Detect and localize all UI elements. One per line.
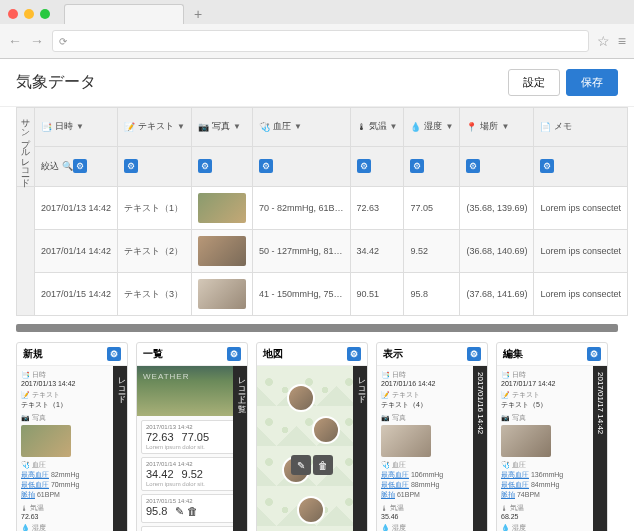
filter-cell: 絞込 🔍⚙: [35, 146, 118, 186]
data-table: サンプルレコード 📑日時▼ 📝テキスト▼ 📷写真▼ 🩺血圧▼ 🌡気温▼ 💧湿度▼…: [0, 107, 634, 324]
reload-icon[interactable]: ⟳: [59, 36, 67, 47]
menu-icon[interactable]: ≡: [618, 33, 626, 49]
col-memo: 📄メモ: [534, 108, 628, 147]
forward-icon[interactable]: →: [30, 33, 44, 49]
photo-thumb[interactable]: [198, 193, 246, 223]
chevron-down-icon[interactable]: ▼: [233, 122, 241, 131]
map[interactable]: ✎ 🗑: [257, 366, 367, 531]
photo-thumb[interactable]: [501, 425, 551, 457]
preview-view: 表示⚙ 📑 日時2017/01/16 14:42 📝 テキストテキスト（4） 📷…: [376, 342, 488, 531]
chevron-down-icon[interactable]: ▼: [445, 122, 453, 131]
browser-tab[interactable]: [64, 4, 184, 24]
chevron-down-icon[interactable]: ▼: [390, 122, 398, 131]
address-bar: ← → ⟳ ☆ ≡: [0, 24, 634, 58]
col-hum: 💧湿度▼: [404, 108, 460, 147]
chevron-down-icon[interactable]: ▼: [177, 122, 185, 131]
preview-new: 新規⚙ 📑 日時2017/01/13 14:42 📝 テキストテキスト（1） 📷…: [16, 342, 128, 531]
side-label: サンプルレコード: [17, 108, 35, 187]
page-header: 気象データ 設定 保存: [0, 59, 634, 107]
trash-icon[interactable]: 🗑: [313, 455, 333, 475]
gear-icon[interactable]: ⚙: [466, 159, 480, 173]
table-row[interactable]: 2017/01/15 14:42 テキスト（3） 41 - 150mmHg, 7…: [17, 273, 628, 316]
url-input[interactable]: ⟳: [52, 30, 589, 52]
list-item[interactable]: 2017/01/16 14:4235.4694.21: [141, 526, 243, 531]
new-tab-icon[interactable]: +: [194, 6, 202, 22]
browser-chrome: + ← → ⟳ ☆ ≡: [0, 0, 634, 59]
gear-icon[interactable]: ⚙: [540, 159, 554, 173]
gear-icon[interactable]: ⚙: [259, 159, 273, 173]
side-strip[interactable]: レコード一覧: [233, 366, 247, 531]
list-item[interactable]: 2017/01/14 14:4234.429.52Lorem ipsum dol…: [141, 457, 243, 491]
col-bp: 🩺血圧▼: [253, 108, 351, 147]
side-strip[interactable]: レコード: [353, 366, 367, 531]
map-pin[interactable]: [297, 496, 325, 524]
gear-icon[interactable]: ⚙: [227, 347, 241, 361]
map-pin[interactable]: [312, 416, 340, 444]
gear-icon[interactable]: ⚙: [198, 159, 212, 173]
weather-header: [137, 366, 247, 416]
side-strip[interactable]: レコード: [113, 366, 127, 531]
photo-thumb[interactable]: [198, 236, 246, 266]
minimize-window-icon[interactable]: [24, 9, 34, 19]
chevron-down-icon[interactable]: ▼: [501, 122, 509, 131]
tab-bar: +: [0, 0, 634, 24]
col-text: 📝テキスト▼: [118, 108, 192, 147]
gear-icon[interactable]: ⚙: [124, 159, 138, 173]
list-item[interactable]: 2017/01/13 14:4272.6377.05Lorem ipsum do…: [141, 420, 243, 454]
col-photo: 📷写真▼: [192, 108, 253, 147]
maximize-window-icon[interactable]: [40, 9, 50, 19]
col-date: 📑日時▼: [35, 108, 118, 147]
settings-button[interactable]: 設定: [508, 69, 560, 96]
close-window-icon[interactable]: [8, 9, 18, 19]
gear-icon[interactable]: ⚙: [410, 159, 424, 173]
save-button[interactable]: 保存: [566, 69, 618, 96]
gear-icon[interactable]: ⚙: [467, 347, 481, 361]
edit-icon[interactable]: ✎: [291, 455, 311, 475]
list-item[interactable]: 2017/01/15 14:4295.8✎ 🗑: [141, 494, 243, 523]
chevron-down-icon[interactable]: ▼: [294, 122, 302, 131]
window-controls: [8, 9, 50, 19]
map-pin[interactable]: [287, 384, 315, 412]
back-icon[interactable]: ←: [8, 33, 22, 49]
photo-thumb[interactable]: [198, 279, 246, 309]
gear-icon[interactable]: ⚙: [73, 159, 87, 173]
photo-thumb[interactable]: [21, 425, 71, 457]
bookmark-icon[interactable]: ☆: [597, 33, 610, 49]
table-row[interactable]: 2017/01/14 14:42 テキスト（2） 50 - 127mmHg, 8…: [17, 230, 628, 273]
gear-icon[interactable]: ⚙: [357, 159, 371, 173]
col-temp: 🌡気温▼: [350, 108, 404, 147]
photo-thumb[interactable]: [381, 425, 431, 457]
preview-list: 一覧⚙ 2017/01/13 14:4272.6377.05Lorem ipsu…: [136, 342, 248, 531]
table-row[interactable]: 2017/01/13 14:42 テキスト（1） 70 - 82mmHg, 61…: [17, 187, 628, 230]
preview-map: 地図⚙ ✎ 🗑 レコード: [256, 342, 368, 531]
gear-icon[interactable]: ⚙: [347, 347, 361, 361]
gear-icon[interactable]: ⚙: [107, 347, 121, 361]
col-loc: 📍場所▼: [460, 108, 534, 147]
page-title: 気象データ: [16, 72, 96, 93]
gear-icon[interactable]: ⚙: [587, 347, 601, 361]
horizontal-scrollbar[interactable]: [16, 324, 618, 332]
preview-row: 新規⚙ 📑 日時2017/01/13 14:42 📝 テキストテキスト（1） 📷…: [0, 342, 634, 531]
preview-edit: 編集⚙ 📑 日時2017/01/17 14:42 📝 テキストテキスト（5） 📷…: [496, 342, 608, 531]
side-strip[interactable]: 2017/01/16 14:42: [473, 366, 487, 531]
chevron-down-icon[interactable]: ▼: [76, 122, 84, 131]
side-strip[interactable]: 2017/01/17 14:42: [593, 366, 607, 531]
